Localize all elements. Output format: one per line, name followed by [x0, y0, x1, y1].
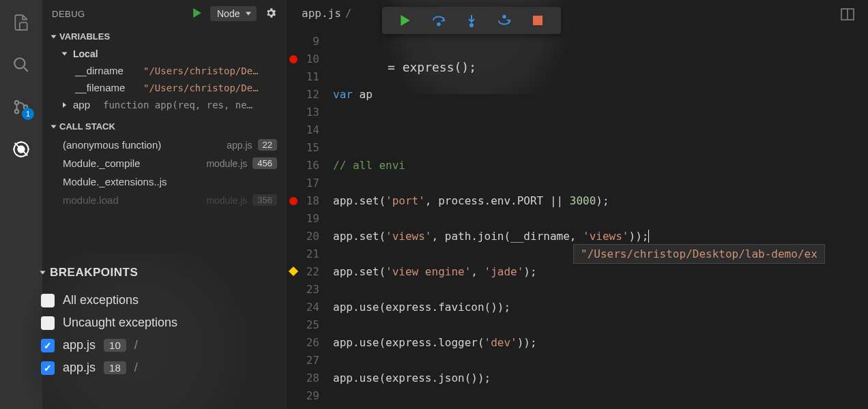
sidebar-header: DEBUG Node: [42, 0, 287, 27]
sidebar-title: DEBUG: [52, 9, 85, 19]
gear-icon[interactable]: [265, 7, 277, 21]
bp-item[interactable]: app.js 10 /: [41, 334, 254, 357]
inline-expression: = express();: [388, 60, 476, 74]
svg-point-2: [15, 110, 18, 113]
code-content[interactable]: var ap // all envi app.set('port', proce…: [333, 33, 868, 409]
stack-frame[interactable]: Module._compile module.js 456: [42, 154, 287, 172]
debug-toolbar: [382, 7, 561, 34]
checkbox-icon[interactable]: [41, 294, 55, 307]
checkbox-icon[interactable]: [41, 361, 55, 375]
checkbox-icon[interactable]: [41, 316, 55, 330]
explorer-icon[interactable]: [11, 12, 31, 33]
bp-uncaught-exceptions[interactable]: Uncaught exceptions: [41, 312, 254, 334]
svg-point-1: [15, 101, 18, 104]
callstack-section[interactable]: CALL STACK: [42, 117, 287, 136]
bp-all-exceptions[interactable]: All exceptions: [41, 289, 254, 312]
debug-config-select[interactable]: Node: [210, 6, 257, 21]
step-into-button[interactable]: [463, 12, 480, 29]
stack-frame[interactable]: Module._extensions..js: [42, 172, 287, 191]
bp-item[interactable]: app.js 18 /: [41, 357, 254, 379]
variables-section[interactable]: VARIABLES: [42, 27, 287, 46]
continue-button[interactable]: [397, 12, 414, 29]
editor-tabs: app.js /: [287, 0, 868, 26]
svg-point-0: [14, 58, 25, 68]
stack-frame[interactable]: module.load module.js 356: [42, 191, 287, 209]
start-debug-icon[interactable]: [192, 8, 202, 20]
checkbox-icon[interactable]: [41, 339, 55, 352]
breakpoints-panel: BREAKPOINTS All exceptions Uncaught exce…: [0, 252, 273, 409]
variable-hover-tooltip: "/Users/christop/Desktop/lab-demo/ex: [573, 244, 825, 264]
tab-appjs[interactable]: app.js: [302, 7, 341, 20]
svg-point-8: [504, 16, 506, 18]
var-app[interactable]: app function app(req, res, ne…: [42, 96, 287, 113]
svg-point-7: [470, 24, 473, 27]
split-editor-icon[interactable]: [841, 8, 854, 22]
svg-point-5: [18, 146, 24, 152]
stack-frame[interactable]: (anonymous function) app.js 22: [42, 136, 287, 154]
editor: app.js / 91011121314 151617181920 212223…: [287, 0, 868, 409]
svg-point-6: [437, 23, 440, 26]
debug-icon[interactable]: [11, 139, 31, 160]
breakpoints-header[interactable]: BREAKPOINTS: [41, 266, 254, 279]
var-filename[interactable]: __filename "/Users/christop/De…: [42, 79, 287, 96]
scm-badge: 1: [22, 108, 34, 120]
step-out-button[interactable]: [496, 12, 512, 29]
source-control-icon[interactable]: 1: [11, 97, 31, 117]
var-dirname[interactable]: __dirname "/Users/christop/De…: [42, 62, 287, 79]
stop-button[interactable]: [530, 12, 546, 29]
search-icon[interactable]: [11, 55, 31, 75]
step-over-button[interactable]: [431, 12, 447, 29]
scope-local[interactable]: Local: [42, 46, 287, 62]
line-numbers: 91011121314 151617181920 212223242526 27…: [287, 33, 326, 409]
